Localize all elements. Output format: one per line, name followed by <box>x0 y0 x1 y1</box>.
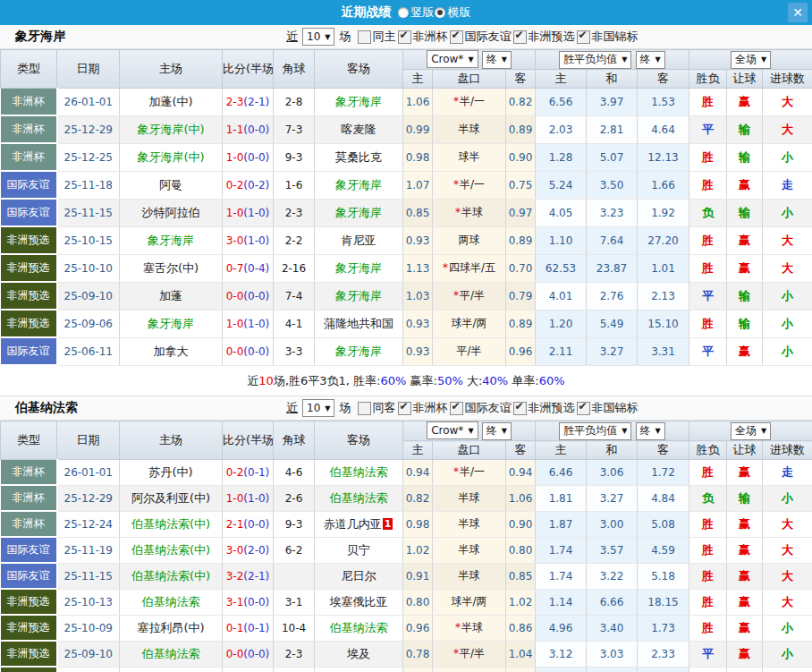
halftime-score: (0-0) <box>243 596 269 608</box>
date-cell: 25-09-10 <box>57 641 120 667</box>
halftime-score: (2-1) <box>243 570 269 583</box>
final-avg-select[interactable]: 终▼ <box>636 422 665 440</box>
avg-select[interactable]: 胜平负均值▼ <box>559 422 631 440</box>
filter-checkbox-item[interactable]: 国际友谊 <box>450 29 511 45</box>
team-name: 伯基纳法索 <box>330 621 388 634</box>
away-team-cell: 伯基纳法索 <box>315 615 403 641</box>
close-button[interactable]: ✕ <box>788 3 808 22</box>
home-odds-cell: 0.82 <box>403 485 433 511</box>
match-count-select[interactable]: 10 ▼ <box>302 399 334 417</box>
avg-draw-cell: 3.03 <box>587 641 638 667</box>
fulltime-score: 0-2 <box>226 466 244 479</box>
away-team-cell: 赤道几内亚1 <box>315 511 403 537</box>
final-avg-select[interactable]: 终▼ <box>636 51 665 69</box>
filter-checkbox-item[interactable]: 同客 <box>358 400 395 416</box>
handicap-result-cell: 输 <box>727 115 763 143</box>
away-team-cell: 莫桑比克 <box>315 143 403 171</box>
near-link[interactable]: 近 <box>286 29 298 45</box>
checkbox-icon <box>513 30 527 44</box>
score-cell: 3-0(2-0) <box>223 537 274 563</box>
corner-cell: 1-6 <box>274 171 315 199</box>
col-result: 胜负 <box>689 70 727 89</box>
bookmaker-select[interactable]: Crow*▼ <box>427 421 478 439</box>
score-cell: 3-1(0-0) <box>223 589 274 615</box>
avg-away-cell: 1.10 <box>638 667 689 672</box>
handicap-result-cell: 输 <box>727 282 763 310</box>
radio-label: 竖版 <box>411 4 435 21</box>
avg-home-cell: 1.14 <box>536 589 587 615</box>
avg-draw-cell: 3.27 <box>587 485 638 511</box>
bookmaker-select[interactable]: Crow*▼ <box>427 50 478 68</box>
avg-draw-cell: 3.57 <box>587 537 638 563</box>
scope-group-header: 全场▼ <box>689 50 812 70</box>
summary-text: 60% <box>380 374 406 387</box>
goals-result-cell: 大 <box>763 89 812 116</box>
layout-radio-option[interactable]: 竖版 <box>398 4 435 21</box>
match-count-select[interactable]: 10 ▼ <box>302 28 334 46</box>
filter-checkbox-item[interactable]: 非洲杯 <box>398 400 447 416</box>
home-team-cell: 塞拉利昂(中) <box>120 615 223 641</box>
checkbox-icon <box>398 402 411 415</box>
match-row: 非洲预选25-09-10加蓬0-0(0-0)7-4象牙海岸1.03*平/半0.7… <box>1 282 812 310</box>
filter-checkbox-item[interactable]: 非洲预选 <box>513 400 574 416</box>
goals-result-cell: 大 <box>763 226 812 254</box>
col-avg-away: 客 <box>638 70 689 89</box>
final-odds-select[interactable]: 终▼ <box>482 51 512 69</box>
fulltime-score: 2-1 <box>226 518 244 531</box>
filter-checkbox-item[interactable]: 非洲预选 <box>513 29 574 45</box>
filter-label: 非国锦标 <box>591 400 638 416</box>
scope-select[interactable]: 全场▼ <box>731 422 771 440</box>
match-row: 国际友谊25-11-15伯基纳法索(中)3-2(2-1)尼日尔0.91半球0.8… <box>1 563 812 589</box>
filter-checkbox-item[interactable]: 非洲杯 <box>398 29 447 45</box>
scope-select[interactable]: 全场▼ <box>731 51 771 69</box>
away-team-cell: 象牙海岸 <box>315 171 403 199</box>
halftime-score: (1-0) <box>243 318 269 330</box>
avg-home-cell: 4.05 <box>536 199 587 226</box>
star-mark: * <box>455 206 461 218</box>
team-name: 贝宁 <box>347 543 370 557</box>
match-type-cell: 非洲预选 <box>1 226 57 254</box>
avg-home-cell: 2.11 <box>536 337 587 365</box>
handicap-cell: *半/一 <box>433 460 506 486</box>
filter-checkbox-item[interactable]: 非国锦标 <box>577 400 638 416</box>
near-link[interactable]: 近 <box>286 400 298 416</box>
final-value: 终 <box>640 52 651 67</box>
score-cell: 1-0(1-0) <box>223 485 274 511</box>
filter-checkbox-item[interactable]: 同主 <box>358 29 395 45</box>
home-odds-cell: 1.13 <box>403 254 433 282</box>
avg-home-cell: 22.29 <box>536 667 587 672</box>
home-team-cell: 塞舌尔(中) <box>120 254 223 282</box>
filter-checkbox-item[interactable]: 非国锦标 <box>577 29 638 45</box>
handicap-cell: 球半 <box>433 143 506 171</box>
home-odds-cell: 1.03 <box>403 282 433 310</box>
home-team-cell: 阿尔及利亚(中) <box>120 485 223 511</box>
star-mark: * <box>455 621 461 634</box>
team-name: 阿尔及利亚(中) <box>131 491 210 505</box>
col-date: 日期 <box>57 50 120 89</box>
checkbox-icon <box>358 402 371 415</box>
avg-select[interactable]: 胜平负均值▼ <box>559 51 631 69</box>
chevron-down-icon: ▼ <box>761 427 766 435</box>
result-cell: 胜 <box>689 537 727 563</box>
layout-radio-option[interactable]: 横版 <box>435 4 471 21</box>
avg-draw-cell: 2.76 <box>587 282 638 310</box>
summary-text: 大: <box>463 373 483 389</box>
date-cell: 25-11-18 <box>57 171 120 199</box>
filter-checkbox-item[interactable]: 国际友谊 <box>450 400 511 416</box>
home-odds-cell: 1.02 <box>403 537 433 563</box>
col-handicap: 盘口 <box>433 70 506 89</box>
home-team-cell: 伯基纳法索 <box>120 589 223 615</box>
star-mark: * <box>453 178 459 191</box>
corner-cell: 3-3 <box>274 337 315 365</box>
halftime-score: (2-1) <box>243 96 269 108</box>
final-odds-select[interactable]: 终▼ <box>482 422 512 440</box>
filter-label: 非洲杯 <box>412 400 447 416</box>
avg-away-cell: 5.08 <box>638 511 689 537</box>
handicap-cell: *四球半/五 <box>433 254 506 282</box>
team-name: 象牙海岸 <box>335 178 382 191</box>
match-type-cell: 非洲杯 <box>1 485 57 511</box>
team-name-title: 象牙海岸 <box>15 29 65 45</box>
chevron-down-icon: ▼ <box>325 33 330 41</box>
goals-result-cell: 小 <box>763 143 812 171</box>
goals-result-cell: 走 <box>763 171 812 199</box>
